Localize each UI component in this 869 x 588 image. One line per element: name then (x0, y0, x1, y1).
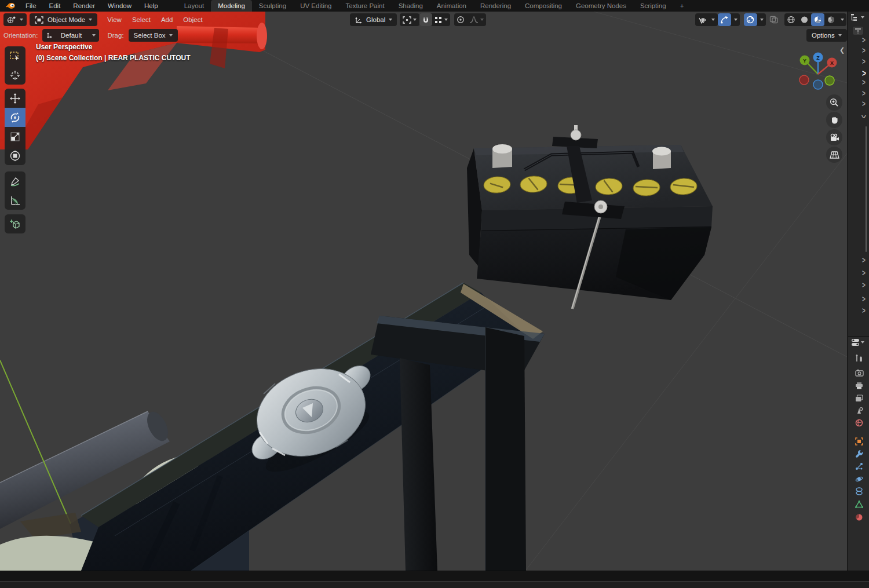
shading-solid-button[interactable] (798, 13, 811, 26)
transform-orientation-label: Global (366, 16, 385, 23)
blender-logo-icon[interactable] (5, 2, 16, 10)
workspace-tab-texture-paint[interactable]: Texture Paint (339, 0, 392, 12)
properties-tab-render[interactable] (853, 367, 866, 378)
disclosure-icon[interactable]: > (862, 57, 866, 66)
battery-object[interactable] (467, 125, 713, 309)
menu-file[interactable]: File (19, 0, 43, 12)
gizmos-dropdown[interactable] (731, 13, 740, 26)
properties-tab-object-data[interactable] (853, 498, 866, 510)
menu-help[interactable]: Help (138, 0, 165, 12)
disclosure-icon[interactable]: > (862, 46, 866, 55)
workspace-tab-compositing[interactable]: Compositing (518, 0, 569, 12)
properties-tab-scene[interactable] (853, 404, 866, 416)
workspace-tab-uv-editing[interactable]: UV Editing (293, 0, 338, 12)
menu-view[interactable]: View (102, 13, 127, 26)
proportional-falloff-dropdown[interactable] (467, 13, 486, 26)
drag-dropdown[interactable]: Select Box (129, 29, 178, 42)
properties-tab-world[interactable] (853, 417, 866, 429)
tool-transform[interactable] (5, 146, 25, 165)
proportional-editing-toggle[interactable] (454, 13, 467, 26)
axis-y-negative[interactable] (825, 76, 834, 85)
properties-tab-modifiers[interactable] (853, 448, 866, 459)
properties-tab-constraints[interactable] (853, 485, 866, 497)
overlays-toggle[interactable] (744, 13, 757, 26)
properties-panel[interactable] (848, 336, 869, 571)
disclosure-icon[interactable]: > (862, 295, 866, 304)
axis-z-negative[interactable] (813, 80, 823, 89)
viewport-canvas[interactable] (0, 12, 847, 571)
snap-settings-dropdown[interactable] (432, 13, 450, 26)
toolbar-group-select (5, 46, 25, 85)
disclosure-icon[interactable]: > (862, 89, 866, 98)
workspace-tab-modeling[interactable]: Modeling (211, 0, 252, 12)
tool-add-cube[interactable] (5, 214, 25, 233)
timeline-strip[interactable] (0, 571, 869, 581)
workspace-tab-scripting[interactable]: Scripting (633, 0, 673, 12)
show-object-types-dropdown[interactable] (695, 13, 718, 26)
disclosure-icon[interactable]: > (862, 100, 866, 108)
menu-select[interactable]: Select (127, 13, 156, 26)
camera-view-button[interactable] (826, 129, 842, 145)
workspace-tab-shading[interactable]: Shading (392, 0, 430, 12)
axis-x-negative[interactable] (799, 75, 809, 85)
tool-move[interactable] (5, 89, 25, 108)
workspace-tab-sculpting[interactable]: Sculpting (252, 0, 293, 12)
rotate-icon (9, 112, 21, 123)
tool-select-box[interactable] (5, 46, 25, 65)
outliner-scrollbar[interactable] (866, 126, 867, 252)
tool-annotate[interactable] (5, 171, 25, 191)
xray-toggle[interactable] (769, 13, 779, 26)
shading-rendered-button[interactable] (824, 13, 838, 26)
workspace-tab-layout[interactable]: Layout (177, 0, 211, 12)
workspace-tab-geometry-nodes[interactable]: Geometry Nodes (569, 0, 633, 12)
outliner-filter-button[interactable] (852, 26, 864, 35)
orientation-dropdown[interactable]: Default (42, 29, 99, 42)
sidebar-collapse-icon[interactable]: ❮ (839, 46, 845, 54)
shading-wireframe-button[interactable] (784, 13, 798, 26)
disclosure-icon[interactable]: > (862, 281, 866, 290)
tool-cursor[interactable] (5, 65, 25, 85)
shading-material-preview-button[interactable] (811, 13, 824, 26)
shading-dropdown[interactable] (838, 13, 846, 26)
properties-tab-material[interactable] (853, 512, 866, 523)
menu-object[interactable]: Object (178, 13, 207, 26)
options-dropdown[interactable]: Options (806, 29, 847, 42)
menu-render[interactable]: Render (67, 0, 101, 12)
disclosure-expanded-icon[interactable]: > (859, 115, 868, 119)
properties-tab-tool[interactable] (853, 352, 866, 364)
disclosure-icon[interactable]: > (862, 256, 866, 265)
gizmos-toggle[interactable] (718, 13, 731, 26)
tool-measure[interactable] (5, 191, 25, 210)
disclosure-icon[interactable]: > (862, 78, 866, 87)
tool-scale[interactable] (5, 127, 25, 146)
disclosure-icon[interactable]: > (862, 269, 866, 277)
editor-type-button[interactable] (3, 13, 27, 26)
orthographic-toggle-button[interactable] (826, 147, 842, 163)
properties-tab-particles[interactable] (853, 461, 866, 472)
properties-tab-physics[interactable] (853, 473, 866, 485)
workspace-tab-rendering[interactable]: Rendering (473, 0, 518, 12)
workspace-tab-animation[interactable]: Animation (430, 0, 473, 12)
overlays-dropdown[interactable] (757, 13, 766, 26)
zoom-button[interactable] (826, 94, 842, 111)
properties-editor-type-button[interactable] (851, 338, 864, 346)
disclosure-icon[interactable]: > (862, 36, 866, 45)
outliner-panel[interactable]: > > > > > > > > > > > > > (848, 12, 869, 336)
add-workspace-button[interactable]: + (673, 0, 691, 12)
transform-orientation-dropdown[interactable]: Global (350, 13, 397, 26)
tool-rotate[interactable] (5, 108, 25, 127)
properties-tab-view-layer[interactable] (853, 392, 866, 404)
pivot-point-dropdown[interactable] (400, 13, 419, 26)
pan-button[interactable] (826, 112, 842, 128)
outliner-editor-type-button[interactable] (850, 13, 864, 21)
properties-tab-object[interactable] (853, 436, 866, 447)
3d-viewport[interactable]: Object Mode View Select Add Object Globa… (0, 12, 847, 571)
disclosure-icon[interactable]: > (862, 67, 866, 79)
menu-edit[interactable]: Edit (43, 0, 67, 12)
properties-tab-output[interactable] (853, 379, 866, 391)
menu-window[interactable]: Window (101, 0, 138, 12)
disclosure-icon[interactable]: > (862, 306, 866, 315)
mode-dropdown[interactable]: Object Mode (30, 13, 97, 26)
snap-toggle[interactable] (419, 13, 432, 26)
menu-add[interactable]: Add (156, 13, 178, 26)
